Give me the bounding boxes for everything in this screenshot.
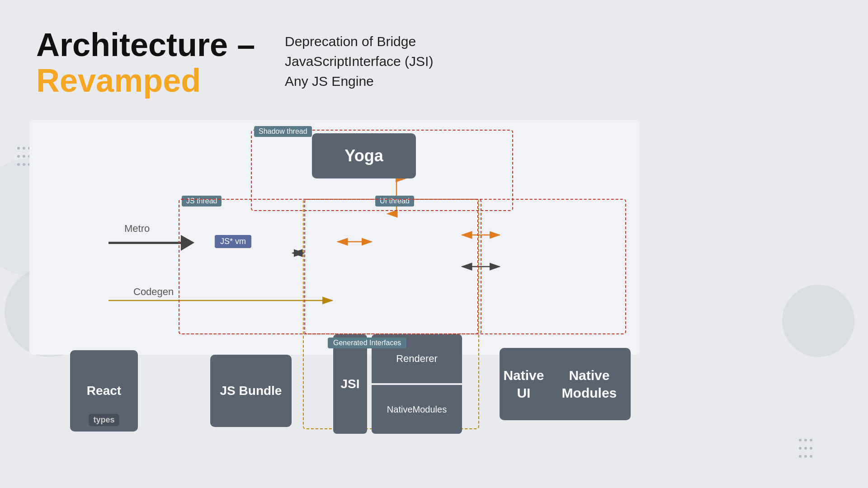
react-box: React types: [70, 350, 138, 432]
native-box: Native UI Native Modules: [500, 348, 631, 420]
title-line1: Architecture –: [36, 27, 255, 63]
jsi-box: JSI: [333, 334, 367, 434]
shadow-thread-label: Shadow thread: [254, 126, 312, 137]
codegen-label: Codegen: [133, 286, 174, 298]
title-architecture: Architecture –: [36, 27, 255, 63]
diagram-container: Shadow thread Yoga JS thread UI thread J…: [29, 120, 640, 355]
renderer-area: Renderer NativeModules: [372, 334, 462, 434]
native-modules-inner-box: NativeModules: [372, 385, 462, 434]
outer-dashed-box: [179, 199, 626, 334]
generated-interfaces-label: Generated Interfaces: [328, 338, 406, 348]
jsbundle-box: JS Bundle: [210, 355, 292, 427]
bullet-1: Deprecation of Bridge: [285, 34, 433, 49]
types-badge: types: [89, 414, 119, 426]
header-section: Architecture – Revamped: [36, 27, 255, 99]
bullet-list: Deprecation of Bridge JavaScriptInterfac…: [285, 34, 433, 94]
metro-label: Metro: [124, 223, 150, 235]
bullet-2: JavaScriptInterface (JSI): [285, 54, 433, 69]
dots-bottom-right: [797, 436, 814, 461]
jsvm-label: JS* vm: [215, 235, 251, 248]
title-revamped: Revamped: [36, 63, 255, 99]
deco-circle-right: [782, 285, 854, 357]
bullet-3: Any JS Engine: [285, 74, 433, 89]
yoga-box: Yoga: [312, 133, 416, 178]
